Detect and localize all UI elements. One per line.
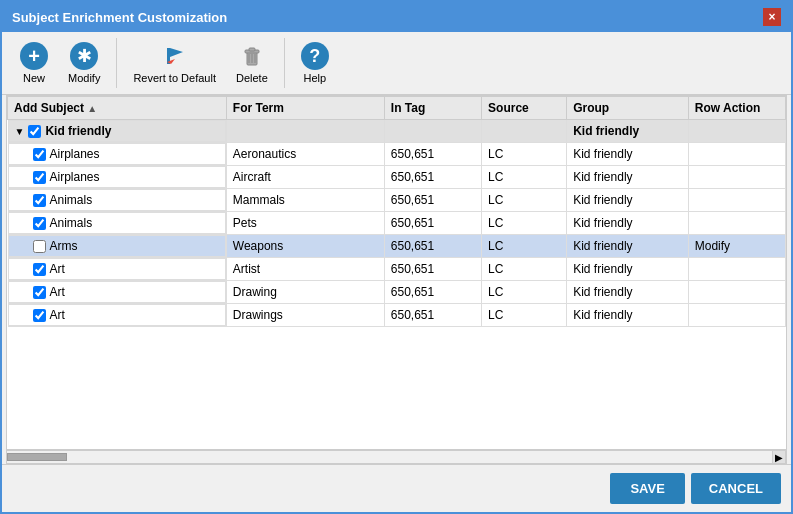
for-term-cell: Aircraft	[226, 166, 384, 189]
source-cell: LC	[482, 304, 567, 327]
for-term-cell: Drawing	[226, 281, 384, 304]
subject-cell: Arms	[8, 235, 226, 257]
subject-label: Airplanes	[50, 170, 100, 184]
subject-label: Art	[50, 262, 65, 276]
toolbar-divider-2	[284, 38, 285, 88]
in-tag-cell: 650,651	[384, 304, 481, 327]
group-cell: Kid friendly	[567, 166, 689, 189]
table-row: ArtArtist650,651LCKid friendly	[8, 258, 786, 281]
col-header-add-subject[interactable]: Add Subject ▲	[8, 97, 227, 120]
subject-label: Animals	[50, 193, 93, 207]
table-row: AnimalsMammals650,651LCKid friendly	[8, 189, 786, 212]
table-row: ArtDrawing650,651LCKid friendly	[8, 281, 786, 304]
row-checkbox[interactable]	[33, 148, 46, 161]
delete-label: Delete	[236, 72, 268, 84]
for-term-cell: Drawings	[226, 304, 384, 327]
subject-enrichment-dialog: Subject Enrichment Customization × + New…	[0, 0, 793, 514]
cancel-button[interactable]: CANCEL	[691, 473, 781, 504]
source-cell	[482, 120, 567, 143]
row-checkbox[interactable]	[33, 240, 46, 253]
source-cell: LC	[482, 143, 567, 166]
group-cell: Kid friendly	[567, 189, 689, 212]
subject-cell: Airplanes	[8, 166, 226, 188]
svg-rect-5	[249, 48, 255, 51]
source-cell: LC	[482, 235, 567, 258]
subject-cell: Animals	[8, 189, 226, 211]
svg-marker-1	[170, 48, 183, 57]
group-cell: Kid friendly	[567, 212, 689, 235]
row-action-cell	[688, 166, 785, 189]
group-cell: Kid friendly	[567, 235, 689, 258]
in-tag-cell: 650,651	[384, 281, 481, 304]
subject-label: Art	[50, 308, 65, 322]
revert-label: Revert to Default	[133, 72, 216, 84]
dialog-title: Subject Enrichment Customization	[12, 10, 227, 25]
col-header-group: Group	[567, 97, 689, 120]
source-cell: LC	[482, 189, 567, 212]
in-tag-cell: 650,651	[384, 212, 481, 235]
row-checkbox[interactable]	[33, 194, 46, 207]
table-wrapper[interactable]: Add Subject ▲ For Term In Tag Source	[6, 95, 787, 450]
row-action-cell	[688, 281, 785, 304]
help-label: Help	[303, 72, 326, 84]
expand-icon[interactable]: ▼	[15, 126, 25, 137]
col-header-source: Source	[482, 97, 567, 120]
row-checkbox[interactable]	[28, 125, 41, 138]
row-checkbox[interactable]	[33, 286, 46, 299]
new-button[interactable]: + New	[12, 38, 56, 88]
modify-label: Modify	[68, 72, 100, 84]
close-button[interactable]: ×	[763, 8, 781, 26]
row-action-cell	[688, 304, 785, 327]
subject-cell: Art	[8, 281, 226, 303]
save-button[interactable]: SAVE	[610, 473, 684, 504]
trash-icon	[238, 42, 266, 70]
row-checkbox[interactable]	[33, 263, 46, 276]
revert-icon	[161, 42, 189, 70]
revert-button[interactable]: Revert to Default	[125, 38, 224, 88]
in-tag-cell	[384, 120, 481, 143]
data-table: Add Subject ▲ For Term In Tag Source	[7, 96, 786, 327]
source-cell: LC	[482, 212, 567, 235]
for-term-cell: Artist	[226, 258, 384, 281]
row-action-cell: Modify	[688, 235, 785, 258]
table-row: AirplanesAircraft650,651LCKid friendly	[8, 166, 786, 189]
subject-label: Animals	[50, 216, 93, 230]
new-icon: +	[20, 42, 48, 70]
new-label: New	[23, 72, 45, 84]
for-term-cell: Weapons	[226, 235, 384, 258]
in-tag-cell: 650,651	[384, 235, 481, 258]
row-action-cell	[688, 258, 785, 281]
group-cell: Kid friendly	[567, 120, 689, 143]
subject-cell: Airplanes	[8, 143, 226, 165]
in-tag-cell: 650,651	[384, 166, 481, 189]
row-action-cell	[688, 143, 785, 166]
col-header-in-tag: In Tag	[384, 97, 481, 120]
subject-label: Arms	[50, 239, 78, 253]
help-button[interactable]: ? Help	[293, 38, 337, 88]
row-checkbox[interactable]	[33, 171, 46, 184]
group-cell: Kid friendly	[567, 258, 689, 281]
subject-label: Art	[50, 285, 65, 299]
for-term-cell	[226, 120, 384, 143]
group-cell: Kid friendly	[567, 143, 689, 166]
toolbar-divider	[116, 38, 117, 88]
horizontal-scrollbar[interactable]: ▶	[6, 450, 787, 464]
footer: SAVE CANCEL	[2, 464, 791, 512]
table-row: ArtDrawings650,651LCKid friendly	[8, 304, 786, 327]
in-tag-cell: 650,651	[384, 258, 481, 281]
col-header-for-term: For Term	[226, 97, 384, 120]
source-cell: LC	[482, 281, 567, 304]
modify-icon: ✱	[70, 42, 98, 70]
modify-button[interactable]: ✱ Modify	[60, 38, 108, 88]
col-add-subject-label: Add Subject	[14, 101, 84, 115]
toolbar: + New ✱ Modify Revert to Default	[2, 32, 791, 95]
subject-cell: ▼Kid friendly	[8, 120, 226, 142]
delete-button[interactable]: Delete	[228, 38, 276, 88]
sort-arrow-icon: ▲	[87, 103, 97, 114]
title-bar: Subject Enrichment Customization ×	[2, 2, 791, 32]
source-cell: LC	[482, 166, 567, 189]
scroll-right-btn[interactable]: ▶	[772, 450, 786, 464]
row-checkbox[interactable]	[33, 217, 46, 230]
row-checkbox[interactable]	[33, 309, 46, 322]
subject-label: Kid friendly	[45, 124, 111, 138]
